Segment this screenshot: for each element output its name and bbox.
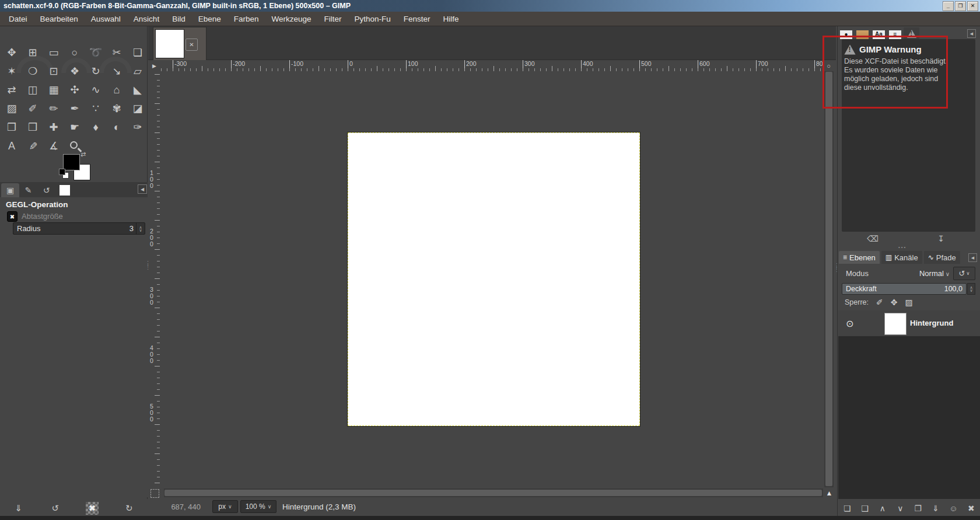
layer-thumbnail[interactable] [884,313,907,335]
horizontal-scrollbar-thumb[interactable] [164,490,822,496]
tool-ink-icon[interactable]: ✒ [64,99,85,118]
mode-dropdown[interactable]: Normal [919,269,950,278]
tool-heal-icon[interactable]: ✚ [43,118,64,137]
tool-color-picker-icon[interactable]: ✎ [23,135,42,156]
tool-paths-icon[interactable]: ✑ [127,118,148,137]
tool-unified-transform-icon[interactable]: ❖ [64,62,85,81]
tool-text-icon[interactable]: A [1,137,22,155]
menu-item-fenster[interactable]: Fenster [397,12,437,26]
mask-button[interactable]: ☺ [947,502,959,514]
tab-undo-history[interactable]: ↺ [37,183,55,197]
lock-position-icon[interactable]: ✥ [891,298,898,307]
menu-item-python-fu[interactable]: Python-Fu [348,12,397,26]
menu-item-ebene[interactable]: Ebene [192,12,228,26]
tab-patterns[interactable] [855,29,870,40]
new-layer-button[interactable]: ❏ [841,502,853,514]
mode-switch-button[interactable]: ↺∨ [953,267,975,280]
minimize-button[interactable]: _ [943,1,954,11]
tab-ebenen[interactable]: ≡Ebenen [839,251,880,264]
tool-paintbrush-icon[interactable]: ✐ [22,99,43,118]
save-errors-button[interactable]: ↧ [932,233,950,245]
image-tab-close-icon[interactable]: ✕ [186,39,198,51]
tool-scale-icon[interactable]: ↘ [106,62,127,81]
tool-smudge-icon[interactable]: ☛ [64,118,85,137]
menu-item-datei[interactable]: Datei [2,12,34,26]
tool-rectangle-select-icon[interactable]: ▭ [43,43,64,62]
dock-menu-button[interactable]: ◀ [967,29,976,38]
duplicate-layer-button[interactable]: ❐ [912,502,924,514]
lower-layer-button[interactable]: ∨ [894,502,906,514]
tool-3d-transform-icon[interactable]: ◫ [22,81,43,99]
vertical-scrollbar-thumb[interactable] [825,72,832,486]
tab-brushes[interactable]: ● [838,29,854,40]
radius-spinner[interactable]: ∧∨ [136,223,145,234]
tool-free-select-icon[interactable]: ➰ [85,43,106,62]
tool-bucket-fill-icon[interactable]: ◣ [127,81,148,99]
tool-perspective-icon[interactable]: ▦ [43,81,64,99]
unit-dropdown[interactable]: px [212,500,238,513]
tool-n-point-deformation-icon[interactable]: ✣ [64,81,85,99]
tool-warp-icon[interactable]: ∿ [85,81,106,99]
ruler-menu-icon[interactable]: ▶ [149,61,159,71]
tool-flip-icon[interactable]: ⇄ [1,81,22,99]
menu-item-hilfe[interactable]: Hilfe [437,12,466,26]
tool-select-by-color-icon[interactable]: ❍ [22,62,43,81]
tool-airbrush-icon[interactable]: ∵ [85,99,106,118]
tool-pencil-icon[interactable]: ✏ [43,99,64,118]
swap-colors-icon[interactable]: ⇄ [80,151,86,158]
abtastgroesse-checkbox[interactable]: ✖ [7,211,18,222]
lock-alpha-icon[interactable]: ▨ [905,298,912,307]
opacity-spinner[interactable]: ∧∨ [967,283,975,295]
navigation-icon[interactable]: ▲ [824,488,834,498]
tool-gradient-icon[interactable]: ▨ [1,99,22,118]
tool-measure-icon[interactable]: ∡ [43,137,64,155]
opacity-slider[interactable]: Deckkraft 100,0 [842,283,967,295]
tab-tool-options[interactable]: ▣ [1,183,19,197]
layers-menu-button[interactable]: ◀ [968,253,977,262]
foreground-color-swatch[interactable] [63,154,80,170]
delete-tool-preset-button[interactable]: ✖ [86,502,99,515]
restore-button[interactable]: ❐ [955,1,966,11]
tool-move-icon[interactable]: ✥ [1,43,22,62]
menu-item-ansicht[interactable]: Ansicht [127,12,166,26]
tool-eraser-icon[interactable]: ◪ [127,99,148,118]
radius-input[interactable]: Radius 3 ∧∨ [13,222,145,235]
vertical-scrollbar[interactable] [824,71,834,487]
restore-tool-preset-button[interactable]: ↺ [49,502,62,515]
title-bar[interactable]: schatten.xcf-9.0 (RGB-Farben 8-Bit-Gamma… [0,0,980,12]
menu-item-bild[interactable]: Bild [166,12,192,26]
layer-visibility-icon[interactable]: ⊙ [846,318,853,329]
tab-device-status[interactable]: ✎ [19,183,37,197]
default-colors-icon[interactable] [59,169,68,178]
delete-layer-button[interactable]: ✖ [965,502,977,514]
menu-item-filter[interactable]: Filter [318,12,348,26]
tool-scissors-select-icon[interactable]: ✂ [106,43,127,62]
tool-align-icon[interactable]: ⊞ [22,43,43,62]
zoom-dropdown[interactable]: 100 % [240,500,276,513]
menu-item-farben[interactable]: Farben [228,12,265,26]
tool-fuzzy-select-icon[interactable]: ✶ [1,62,22,81]
lock-paint-icon[interactable]: ✐ [876,298,883,307]
dock-splitter-grip[interactable]: ••• [898,245,907,250]
menu-item-bearbeiten[interactable]: Bearbeiten [34,12,85,26]
tab-document-history[interactable]: ≡ [887,29,903,40]
tool-clone-icon[interactable]: ❐ [1,118,22,137]
tool-mypaint-brush-icon[interactable]: ✾ [106,99,127,118]
tool-rotate-icon[interactable]: ↻ [85,62,106,81]
tab-images[interactable] [55,183,74,197]
quick-mask-toggle[interactable] [150,489,159,498]
tab-pfade[interactable]: ∿Pfade [924,251,960,264]
tool-perspective-clone-icon[interactable]: ❒ [22,118,43,137]
tool-options-menu-button[interactable]: ◀ [138,184,147,194]
merge-down-button[interactable]: ⇓ [930,502,942,514]
menu-item-werkzeuge[interactable]: Werkzeuge [265,12,317,26]
tool-crop-icon[interactable]: ⊡ [43,62,64,81]
menu-item-auswahl[interactable]: Auswahl [85,12,127,26]
save-tool-preset-button[interactable]: ⇓ [12,502,25,515]
tab-kanaele[interactable]: ▥Kanäle [881,251,922,264]
tool-shear-icon[interactable]: ▱ [127,62,148,81]
clear-errors-button[interactable]: ⌫ [864,233,881,245]
tool-dodge-burn-icon[interactable]: ◐ [106,118,127,137]
zoom-follow-window-icon[interactable]: ○ [824,61,834,71]
horizontal-scrollbar[interactable] [164,488,823,497]
